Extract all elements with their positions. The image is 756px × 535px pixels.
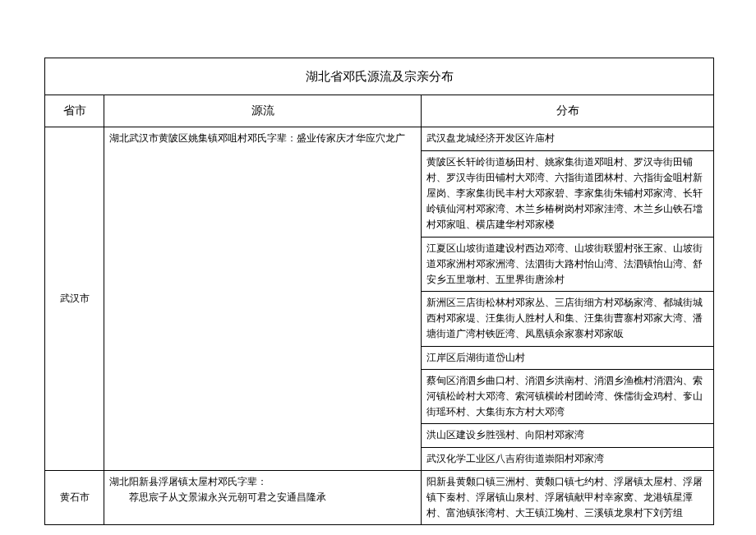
distribution-cell: 黄陂区长轩岭街道杨田村、姚家集街道邓咀村、罗汉寺街田铺村、罗汉寺街田铺村大邓湾、… [422, 150, 714, 237]
origin-cell: 湖北阳新县浮屠镇太屋村邓氏字辈： 荐思宸子从文景淑永兴元朝可君之安通昌隆承 [104, 470, 422, 525]
origin-line: 荐思宸子从文景淑永兴元朝可君之安通昌隆承 [109, 490, 326, 505]
table-title: 湖北省邓氏源流及宗亲分布 [45, 58, 714, 95]
header-row: 省市 源流 分布 [45, 95, 714, 127]
province-cell: 黄石市 [45, 470, 104, 525]
distribution-cell: 江夏区山坡街道建设村西边邓湾、山坡街联盟村张王家、山坡街道邓家洲村邓家洲湾、法泗… [422, 237, 714, 292]
distribution-cell: 江岸区后湖街道岱山村 [422, 346, 714, 369]
table-row: 武汉市 湖北武汉市黄陂区姚集镇邓咀村邓氏字辈：盛业传家庆才华应穴龙广 武汉盘龙城… [45, 127, 714, 150]
genealogy-table: 湖北省邓氏源流及宗亲分布 省市 源流 分布 武汉市 湖北武汉市黄陂区姚集镇邓咀村… [44, 58, 714, 525]
title-row: 湖北省邓氏源流及宗亲分布 [45, 58, 714, 95]
header-origin: 源流 [104, 95, 422, 127]
distribution-cell: 阳新县黄颡口镇三洲村、黄颡口镇七约村、浮屠镇太屋村、浮屠镇下秦村、浮屠镇山泉村、… [422, 470, 714, 525]
origin-line: 湖北阳新县浮屠镇太屋村邓氏字辈： [109, 476, 267, 487]
distribution-cell: 蔡甸区消泗乡曲口村、消泗乡洪南村、消泗乡渔樵村消泗沟、索河镇松岭村大邓湾、索河镇… [422, 369, 714, 424]
header-distribution: 分布 [422, 95, 714, 127]
distribution-cell: 新洲区三店街松林村邓家丛、三店街细方村邓杨家湾、都城街城西村邓家堤、汪集街人胜村… [422, 292, 714, 347]
distribution-cell: 武汉化学工业区八吉府街道崇阳村邓家湾 [422, 447, 714, 470]
header-province: 省市 [45, 95, 104, 127]
province-cell: 武汉市 [45, 127, 104, 470]
distribution-cell: 武汉盘龙城经济开发区许庙村 [422, 127, 714, 150]
origin-cell: 湖北武汉市黄陂区姚集镇邓咀村邓氏字辈：盛业传家庆才华应穴龙广 [104, 127, 422, 470]
table-row: 黄石市 湖北阳新县浮屠镇太屋村邓氏字辈： 荐思宸子从文景淑永兴元朝可君之安通昌隆… [45, 470, 714, 525]
distribution-cell: 洪山区建设乡胜强村、向阳村邓家湾 [422, 424, 714, 447]
